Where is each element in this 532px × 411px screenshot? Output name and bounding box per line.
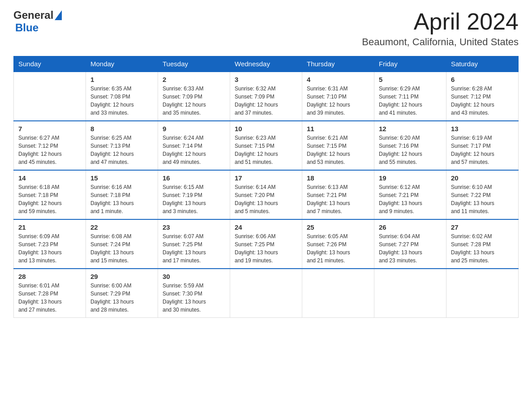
day-info-line: Daylight: 12 hours (163, 101, 225, 109)
day-info-line: Sunset: 7:29 PM (90, 290, 153, 298)
day-info-line: Sunrise: 6:27 AM (18, 134, 81, 142)
day-number: 2 (163, 76, 225, 83)
day-number: 26 (379, 223, 442, 231)
day-info-line: Sunset: 7:28 PM (18, 290, 81, 298)
day-info: Sunrise: 6:19 AMSunset: 7:17 PMDaylight:… (451, 134, 514, 166)
day-number: 21 (18, 223, 81, 231)
day-info-line: Sunrise: 6:10 AM (451, 183, 514, 191)
day-number: 23 (163, 223, 225, 231)
weekday-header-thursday: Thursday (302, 56, 374, 72)
day-info-line: Sunrise: 5:59 AM (163, 282, 225, 290)
weekday-header-saturday: Saturday (446, 56, 519, 72)
calendar-cell: 14Sunrise: 6:18 AMSunset: 7:18 PMDayligh… (14, 170, 86, 219)
day-info-line: and 55 minutes. (379, 158, 442, 166)
day-info-line: and 49 minutes. (163, 158, 225, 166)
calendar-week-row: 1Sunrise: 6:35 AMSunset: 7:08 PMDaylight… (14, 72, 519, 121)
day-number: 30 (163, 273, 225, 280)
day-info: Sunrise: 6:25 AMSunset: 7:13 PMDaylight:… (90, 134, 153, 166)
calendar-cell: 10Sunrise: 6:23 AMSunset: 7:15 PMDayligh… (230, 121, 302, 170)
day-info: Sunrise: 6:16 AMSunset: 7:18 PMDaylight:… (90, 183, 153, 215)
day-info-line: Sunset: 7:26 PM (307, 240, 369, 248)
day-number: 27 (451, 223, 514, 231)
calendar-cell: 27Sunrise: 6:02 AMSunset: 7:28 PMDayligh… (446, 219, 519, 269)
calendar-week-row: 21Sunrise: 6:09 AMSunset: 7:23 PMDayligh… (14, 219, 519, 269)
day-info-line: Sunrise: 6:25 AM (90, 134, 153, 142)
day-info-line: Daylight: 13 hours (235, 248, 297, 257)
day-number: 9 (163, 125, 225, 133)
day-info-line: Sunrise: 6:16 AM (90, 183, 153, 191)
day-number: 28 (18, 273, 81, 280)
day-info-line: Daylight: 13 hours (379, 199, 442, 207)
day-info-line: Sunset: 7:20 PM (235, 191, 297, 199)
logo: General Blue (13, 9, 62, 34)
day-info-line: Daylight: 12 hours (451, 150, 514, 158)
calendar-cell: 6Sunrise: 6:28 AMSunset: 7:12 PMDaylight… (446, 72, 519, 121)
day-info-line: Sunrise: 6:29 AM (379, 85, 442, 93)
day-info: Sunrise: 6:04 AMSunset: 7:27 PMDaylight:… (379, 232, 442, 265)
day-info-line: Daylight: 13 hours (18, 298, 81, 306)
day-info-line: Daylight: 13 hours (307, 248, 369, 257)
day-info-line: Sunset: 7:22 PM (451, 191, 514, 199)
day-number: 18 (307, 174, 369, 182)
calendar-cell: 16Sunrise: 6:15 AMSunset: 7:19 PMDayligh… (158, 170, 230, 219)
day-info-line: Daylight: 13 hours (90, 199, 153, 207)
day-info-line: and 57 minutes. (451, 158, 514, 166)
day-number: 22 (90, 223, 153, 231)
day-info-line: and 25 minutes. (451, 257, 514, 265)
day-info: Sunrise: 6:08 AMSunset: 7:24 PMDaylight:… (90, 232, 153, 265)
day-info: Sunrise: 6:09 AMSunset: 7:23 PMDaylight:… (18, 232, 81, 265)
day-info: Sunrise: 6:27 AMSunset: 7:12 PMDaylight:… (18, 134, 81, 166)
day-info-line: and 35 minutes. (163, 109, 225, 117)
calendar-cell: 5Sunrise: 6:29 AMSunset: 7:11 PMDaylight… (374, 72, 446, 121)
day-info: Sunrise: 6:21 AMSunset: 7:15 PMDaylight:… (307, 134, 369, 166)
day-info-line: Daylight: 12 hours (235, 101, 297, 109)
day-info: Sunrise: 5:59 AMSunset: 7:30 PMDaylight:… (163, 282, 225, 314)
day-info-line: Sunset: 7:10 PM (307, 93, 369, 101)
day-info-line: Sunrise: 6:05 AM (307, 232, 369, 240)
day-number: 25 (307, 223, 369, 231)
calendar-cell: 25Sunrise: 6:05 AMSunset: 7:26 PMDayligh… (302, 219, 374, 269)
day-info: Sunrise: 6:10 AMSunset: 7:22 PMDaylight:… (451, 183, 514, 215)
day-number: 10 (235, 125, 297, 133)
day-info-line: Sunset: 7:18 PM (18, 191, 81, 199)
day-info: Sunrise: 6:07 AMSunset: 7:25 PMDaylight:… (163, 232, 225, 265)
day-number: 5 (379, 76, 442, 83)
day-info-line: and 47 minutes. (90, 158, 153, 166)
day-number: 7 (18, 125, 81, 133)
day-info-line: and 59 minutes. (18, 207, 81, 215)
day-info: Sunrise: 6:02 AMSunset: 7:28 PMDaylight:… (451, 232, 514, 265)
calendar-cell: 20Sunrise: 6:10 AMSunset: 7:22 PMDayligh… (446, 170, 519, 219)
day-info-line: Daylight: 12 hours (307, 150, 369, 158)
day-info-line: and 7 minutes. (307, 207, 369, 215)
day-info-line: Sunrise: 6:35 AM (90, 85, 153, 93)
calendar-week-row: 7Sunrise: 6:27 AMSunset: 7:12 PMDaylight… (14, 121, 519, 170)
day-info-line: Daylight: 12 hours (18, 150, 81, 158)
day-number: 16 (163, 174, 225, 182)
logo-general-text: General (13, 9, 53, 21)
day-info-line: and 30 minutes. (163, 306, 225, 314)
calendar-cell (302, 269, 374, 318)
calendar-cell: 13Sunrise: 6:19 AMSunset: 7:17 PMDayligh… (446, 121, 519, 170)
calendar-cell: 22Sunrise: 6:08 AMSunset: 7:24 PMDayligh… (86, 219, 158, 269)
calendar-cell: 3Sunrise: 6:32 AMSunset: 7:09 PMDaylight… (230, 72, 302, 121)
day-info-line: Daylight: 12 hours (90, 150, 153, 158)
day-info-line: and 28 minutes. (90, 306, 153, 314)
day-number: 12 (379, 125, 442, 133)
day-info-line: Sunset: 7:18 PM (90, 191, 153, 199)
day-number: 6 (451, 76, 514, 83)
day-info-line: and 39 minutes. (307, 109, 369, 117)
day-info-line: Sunset: 7:15 PM (235, 142, 297, 150)
calendar-cell: 15Sunrise: 6:16 AMSunset: 7:18 PMDayligh… (86, 170, 158, 219)
day-info-line: Sunrise: 6:31 AM (307, 85, 369, 93)
calendar-title: April 2024 (362, 9, 519, 34)
day-info-line: Sunrise: 6:14 AM (235, 183, 297, 191)
day-info-line: and 3 minutes. (163, 207, 225, 215)
day-info-line: Sunset: 7:14 PM (163, 142, 225, 150)
logo-triangle-icon (55, 10, 62, 20)
day-info-line: and 11 minutes. (451, 207, 514, 215)
day-info: Sunrise: 6:00 AMSunset: 7:29 PMDaylight:… (90, 282, 153, 314)
day-info-line: Sunset: 7:16 PM (379, 142, 442, 150)
day-info-line: and 37 minutes. (235, 109, 297, 117)
day-info-line: Sunrise: 6:15 AM (163, 183, 225, 191)
day-info: Sunrise: 6:29 AMSunset: 7:11 PMDaylight:… (379, 85, 442, 117)
